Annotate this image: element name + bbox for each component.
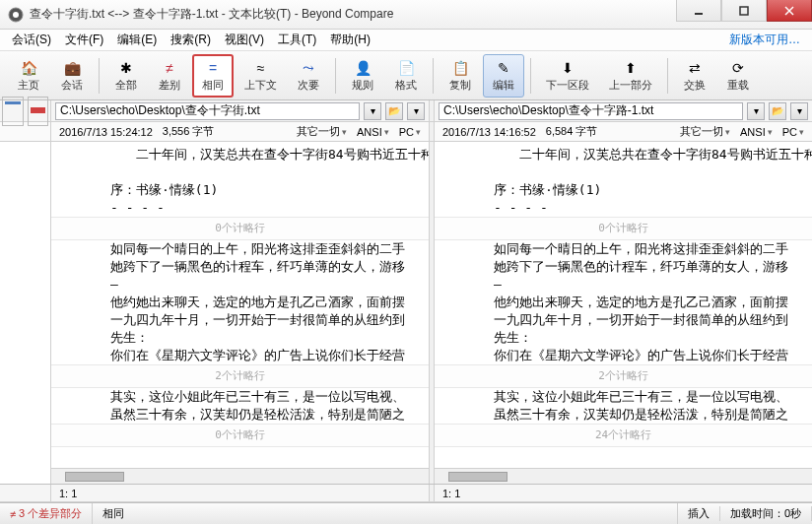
- text-line[interactable]: 其实，这位小姐此年已三十有三，是一位以写电视、: [435, 388, 812, 406]
- pencil-icon: ✎: [495, 59, 512, 77]
- diffs-button[interactable]: ≠差别: [149, 54, 190, 98]
- status-diffs: ≠ 3 个差异部分: [0, 503, 93, 524]
- same-button[interactable]: =相同: [192, 54, 234, 98]
- path-left-dropdown[interactable]: ▾: [364, 102, 381, 120]
- cursor-position-bar: 1: 1 1: 1: [0, 485, 812, 502]
- toolbar-separator: [335, 58, 336, 94]
- left-other-dropdown[interactable]: 其它一切: [297, 124, 347, 139]
- text-line[interactable]: 其实，这位小姐此年已三十有三，是一位以写电视、: [51, 388, 429, 406]
- path-bar: ▾ 📂 ▾ ▾ 📂 ▾: [0, 100, 812, 122]
- left-os-dropdown[interactable]: PC: [399, 126, 421, 138]
- text-line[interactable]: 如同每一个晴日的上午，阳光将这排歪歪斜斜的二手: [51, 240, 429, 258]
- path-right-input[interactable]: [439, 102, 743, 120]
- all-button[interactable]: ✱全部: [105, 54, 147, 98]
- right-date: 2016/7/13 14:16:52: [442, 126, 536, 138]
- right-pane: 二十年间，汉芙总共在查令十字街84号购书近五十种 序：书缘·情缘(1) - - …: [435, 142, 812, 484]
- swap-button[interactable]: ⇄交换: [674, 54, 715, 98]
- left-text[interactable]: 二十年间，汉芙总共在查令十字街84号购书近五十种 序：书缘·情缘(1) - - …: [51, 142, 429, 468]
- text-line[interactable]: 如同每一个晴日的上午，阳光将这排歪歪斜斜的二手: [435, 240, 812, 258]
- rules-button[interactable]: 👤规则: [342, 54, 383, 98]
- text-line[interactable]: 她跨下了一辆黑色的计程车，纤巧单薄的女人，游移: [435, 258, 812, 276]
- text-line[interactable]: 先生：: [51, 329, 429, 347]
- open-right-dropdown[interactable]: ▾: [790, 102, 808, 120]
- toolbar-separator: [667, 58, 668, 94]
- text-line[interactable]: 一九四九年十月，一切开始于一封很简单的从纽约到: [435, 311, 812, 329]
- copy-button[interactable]: 📋复制: [440, 54, 481, 98]
- file-info-bar: 2016/7/13 15:24:12 3,556 字节 其它一切 ANSI PC…: [0, 122, 812, 142]
- open-right-button[interactable]: 📂: [769, 102, 786, 120]
- compare-area: 二十年间，汉芙总共在查令十字街84号购书近五十种 序：书缘·情缘(1) - - …: [0, 142, 812, 485]
- right-hscrollbar[interactable]: [435, 468, 812, 484]
- text-line[interactable]: 你们在《星期六文学评论》的广告上说你们长于经营: [435, 347, 812, 364]
- minimize-button[interactable]: [676, 0, 721, 22]
- context-icon: ≈: [252, 59, 270, 77]
- scroll-thumb[interactable]: [448, 472, 508, 482]
- cursor-right: 1: 1: [435, 485, 812, 501]
- app-icon: [8, 7, 24, 23]
- overview-gutter[interactable]: [0, 142, 51, 484]
- left-date: 2016/7/13 15:24:12: [59, 126, 153, 138]
- reload-button[interactable]: ⟳重载: [717, 54, 759, 98]
- text-line[interactable]: - - - -: [51, 199, 429, 217]
- info-right: 2016/7/13 14:16:52 6,584 字节 其它一切 ANSI PC: [435, 122, 812, 141]
- editmode-button[interactable]: ✎编辑: [483, 54, 524, 98]
- menu-view[interactable]: 视图(V): [219, 30, 270, 50]
- text-line[interactable]: 二十年间，汉芙总共在查令十字街84号购书近五十种: [435, 146, 812, 164]
- status-insert: 插入: [678, 506, 720, 521]
- overview-thumb-left[interactable]: [2, 97, 24, 126]
- text-line[interactable]: 二十年间，汉芙总共在查令十字街84号购书近五十种: [51, 146, 429, 164]
- open-left-dropdown[interactable]: ▾: [407, 102, 425, 120]
- text-line[interactable]: [435, 164, 812, 181]
- menu-session[interactable]: 会话(S): [6, 30, 57, 50]
- text-line[interactable]: 序：书缘·情缘(1): [51, 181, 429, 199]
- text-line[interactable]: - - - -: [435, 199, 812, 217]
- window-title: 查令十字街.txt <--> 查令十字路-1.txt - 文本比较(T) - B…: [30, 6, 393, 23]
- nextsection-button[interactable]: ⬇下一区段: [537, 54, 598, 98]
- right-encoding-dropdown[interactable]: ANSI: [740, 126, 773, 138]
- left-hscrollbar[interactable]: [51, 468, 429, 484]
- text-line[interactable]: [51, 164, 429, 181]
- prevpart-button[interactable]: ⬆上一部分: [600, 54, 661, 98]
- arrow-down-icon: ⬇: [559, 59, 576, 77]
- menu-search[interactable]: 搜索(R): [165, 30, 217, 50]
- scroll-thumb[interactable]: [65, 472, 124, 482]
- text-line[interactable]: 一九四九年十月，一切开始于一封很简单的从纽约到: [51, 311, 429, 329]
- text-line[interactable]: —: [51, 276, 429, 294]
- text-line[interactable]: 虽然三十有余，汉芙却仍是轻松活泼，特别是简陋之: [435, 406, 812, 424]
- update-link[interactable]: 新版本可用…: [723, 30, 806, 50]
- open-left-button[interactable]: 📂: [385, 102, 403, 120]
- overview-thumb-right[interactable]: [28, 97, 49, 126]
- text-line[interactable]: 她跨下了一辆黑色的计程车，纤巧单薄的女人，游移: [51, 258, 429, 276]
- text-line[interactable]: 他约她出来聊天，选定的地方是孔乙己酒家，面前摆: [51, 294, 429, 311]
- context-button[interactable]: ≈上下文: [236, 54, 286, 98]
- text-line[interactable]: 你们在《星期六文学评论》的广告上说你们长于经营: [51, 347, 429, 364]
- svg-point-1: [13, 12, 19, 18]
- format-button[interactable]: 📄格式: [385, 54, 427, 98]
- path-right-dropdown[interactable]: ▾: [747, 102, 765, 120]
- home-button[interactable]: 🏠主页: [8, 54, 49, 98]
- menu-tools[interactable]: 工具(T): [272, 30, 322, 50]
- cursor-gutter: [0, 485, 51, 501]
- format-icon: 📄: [397, 59, 415, 77]
- minor-button[interactable]: ⤳次要: [288, 54, 329, 98]
- menu-edit[interactable]: 编辑(E): [111, 30, 163, 50]
- right-other-dropdown[interactable]: 其它一切: [680, 124, 730, 139]
- right-text[interactable]: 二十年间，汉芙总共在查令十字街84号购书近五十种 序：书缘·情缘(1) - - …: [435, 142, 812, 468]
- right-bytes: 6,584 字节: [546, 124, 598, 139]
- text-line[interactable]: 序：书缘·情缘(1): [435, 181, 812, 199]
- text-line[interactable]: 他约她出来聊天，选定的地方是孔乙己酒家，面前摆: [435, 294, 812, 311]
- home-icon: 🏠: [20, 59, 37, 77]
- close-button[interactable]: [767, 0, 812, 22]
- text-line[interactable]: 先生：: [435, 329, 812, 347]
- menu-file[interactable]: 文件(F): [59, 30, 109, 50]
- status-mode: 相同: [93, 503, 678, 524]
- text-line[interactable]: 虽然三十有余，汉芙却仍是轻松活泼，特别是简陋之: [51, 406, 429, 424]
- menu-help[interactable]: 帮助(H): [324, 30, 376, 50]
- reload-icon: ⟳: [729, 59, 747, 77]
- maximize-button[interactable]: [721, 0, 767, 22]
- text-line[interactable]: —: [435, 276, 812, 294]
- right-os-dropdown[interactable]: PC: [782, 126, 804, 138]
- left-encoding-dropdown[interactable]: ANSI: [357, 126, 389, 138]
- sessions-button[interactable]: 💼会话: [51, 54, 93, 98]
- path-left-input[interactable]: [55, 102, 360, 120]
